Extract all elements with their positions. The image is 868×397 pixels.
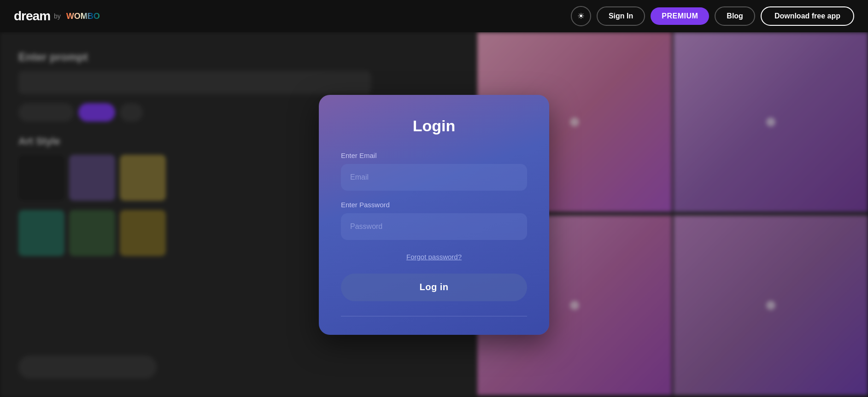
theme-toggle-button[interactable]: ☀ (571, 6, 591, 26)
download-button[interactable]: Download free app (761, 6, 854, 26)
email-label: Enter Email (341, 152, 527, 159)
password-label: Enter Password (341, 201, 527, 209)
navbar: dream by WOMBO ☀ Sign In PREMIUM Blog Do… (0, 0, 868, 32)
modal-title: Login (341, 117, 527, 135)
sun-icon: ☀ (577, 11, 585, 21)
logo-by-text: by (54, 12, 61, 20)
modal-overlay: Login Enter Email Enter Password Forgot … (0, 32, 868, 397)
logo-wombo-text: WOMBO (66, 12, 100, 21)
login-button[interactable]: Log in (341, 274, 527, 301)
navbar-actions: ☀ Sign In PREMIUM Blog Download free app (571, 6, 854, 26)
login-modal: Login Enter Email Enter Password Forgot … (319, 95, 549, 335)
signin-button[interactable]: Sign In (597, 6, 645, 26)
password-input[interactable] (341, 213, 527, 240)
premium-button[interactable]: PREMIUM (651, 7, 709, 25)
modal-divider (341, 316, 527, 316)
email-input[interactable] (341, 164, 527, 191)
logo-dream-text: dream (14, 9, 50, 23)
blog-button[interactable]: Blog (715, 6, 755, 26)
forgot-password-link[interactable]: Forgot password? (341, 253, 527, 261)
logo: dream by WOMBO (14, 9, 100, 23)
